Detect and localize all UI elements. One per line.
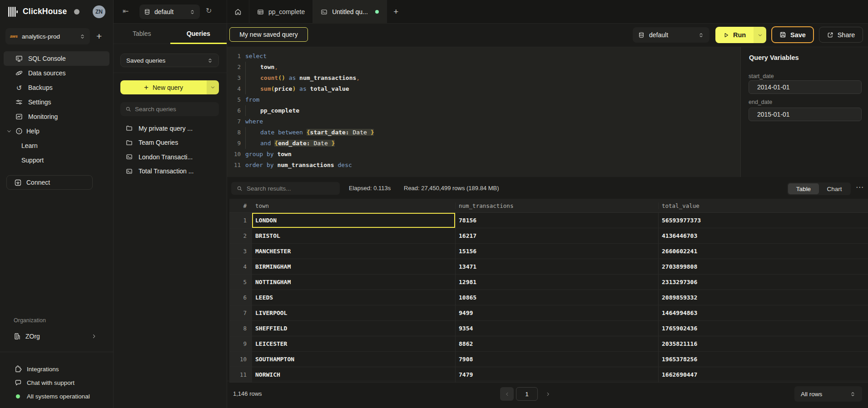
cell-town[interactable]: BIRMINGHAM <box>252 259 456 274</box>
cell-town[interactable]: LIVERPOOL <box>252 305 456 320</box>
column-header-num-transactions[interactable]: num_transactions <box>456 202 659 209</box>
sql-editor[interactable]: 1select2town,3count() as num_transaction… <box>227 47 740 177</box>
tab-pp-complete[interactable]: pp_complete <box>249 0 313 24</box>
start-date-input[interactable]: 2014-01-01 <box>749 80 862 94</box>
view-toggle-chart[interactable]: Chart <box>819 183 850 194</box>
sidebar-item-learn[interactable]: Learn <box>4 138 109 153</box>
run-options-button[interactable] <box>754 27 766 43</box>
run-button[interactable]: Run <box>715 27 754 43</box>
sidebar-footer-chat-with-support[interactable]: Chat with support <box>4 376 109 389</box>
view-toggle-table[interactable]: Table <box>788 183 819 194</box>
cell-town[interactable]: LEEDS <box>252 290 456 305</box>
new-query-button[interactable]: + New query <box>120 80 207 94</box>
cell-total-value[interactable]: 2703899808 <box>659 259 868 274</box>
sidebar-item-monitoring[interactable]: Monitoring <box>4 109 109 124</box>
home-button[interactable] <box>227 0 249 24</box>
table-row[interactable]: 8SHEFFIELD93541765902436 <box>229 321 868 336</box>
cell-town[interactable]: BRISTOL <box>252 228 456 243</box>
table-row[interactable]: 2BRISTOL162174136446703 <box>229 228 868 244</box>
page-size-value: All rows <box>801 391 850 398</box>
cell-town[interactable]: LEICESTER <box>252 336 456 351</box>
more-options-icon[interactable]: ⋯ <box>856 182 864 192</box>
add-service-button[interactable]: + <box>96 30 102 43</box>
column-header-index[interactable]: # <box>229 202 252 209</box>
saved-query-item-total-transaction[interactable]: Total Transaction ... <box>120 164 223 179</box>
search-results-input[interactable]: Search results... <box>231 182 340 195</box>
sidebar-footer-integrations[interactable]: Integrations <box>4 362 109 376</box>
cell-num-transactions[interactable]: 9354 <box>456 321 659 336</box>
cell-total-value[interactable]: 4136446703 <box>659 228 868 243</box>
cell-num-transactions[interactable]: 7908 <box>456 352 659 367</box>
tab-untitled-query[interactable]: Untitled qu... <box>313 0 387 24</box>
sidebar-item-data-sources[interactable]: Data sources <box>4 66 109 80</box>
cell-num-transactions[interactable]: 15156 <box>456 244 659 259</box>
cell-total-value[interactable]: 2089859332 <box>659 290 868 305</box>
tab-tables[interactable]: Tables <box>114 24 170 44</box>
table-row[interactable]: 6LEEDS108652089859332 <box>229 290 868 305</box>
page-size-selector[interactable]: All rows <box>794 386 862 402</box>
current-page-indicator[interactable]: 1 <box>516 387 538 401</box>
cell-total-value[interactable]: 1662690447 <box>659 367 868 382</box>
save-button[interactable]: Save <box>771 26 814 43</box>
saved-queries-selector[interactable]: Saved queries <box>120 54 219 67</box>
collapse-panel-icon[interactable]: ⇤ <box>123 8 129 15</box>
end-date-input[interactable]: 2015-01-01 <box>749 108 862 121</box>
topbar-database-selector[interactable]: default <box>139 5 200 19</box>
cell-num-transactions[interactable]: 13471 <box>456 259 659 274</box>
saved-query-item-london-transacti[interactable]: London Transacti... <box>120 150 223 164</box>
cell-num-transactions[interactable]: 8862 <box>456 336 659 351</box>
organization-switcher[interactable]: ZOrg <box>4 329 109 344</box>
saved-query-tab[interactable]: My new saved query <box>229 27 308 42</box>
cell-town[interactable]: SOUTHAMPTON <box>252 352 456 367</box>
workspace-selector[interactable]: aws analytics-prod <box>5 28 90 44</box>
new-tab-button[interactable]: + <box>387 0 405 24</box>
cell-num-transactions[interactable]: 10865 <box>456 290 659 305</box>
column-header-town[interactable]: town <box>252 202 456 209</box>
cell-total-value[interactable]: 1765902436 <box>659 321 868 336</box>
cell-town[interactable]: LONDON <box>252 213 456 228</box>
cell-total-value[interactable]: 2035821116 <box>659 336 868 351</box>
cell-num-transactions[interactable]: 78156 <box>456 213 659 228</box>
cell-town[interactable]: NOTTINGHAM <box>252 275 456 290</box>
avatar[interactable]: ZN <box>93 5 105 18</box>
new-query-dropdown-button[interactable] <box>207 80 219 94</box>
previous-page-button[interactable] <box>500 387 514 401</box>
cell-num-transactions[interactable]: 16217 <box>456 228 659 243</box>
connect-button[interactable]: Connect <box>6 175 93 190</box>
next-page-button[interactable] <box>542 387 553 401</box>
cell-town[interactable]: SHEFFIELD <box>252 321 456 336</box>
sidebar-item-help[interactable]: ?Help <box>4 124 109 138</box>
sidebar-item-settings[interactable]: Settings <box>4 95 109 109</box>
table-row[interactable]: 10SOUTHAMPTON79081965378256 <box>229 352 868 367</box>
editor-database-selector[interactable]: default <box>633 27 709 43</box>
sidebar-item-backups[interactable]: ↺Backups <box>4 80 109 95</box>
tab-queries[interactable]: Queries <box>170 24 227 44</box>
cell-num-transactions[interactable]: 12981 <box>456 275 659 290</box>
refresh-icon[interactable]: ↻ <box>206 7 212 15</box>
table-row[interactable]: 3MANCHESTER151562660602241 <box>229 244 868 259</box>
notification-dot[interactable] <box>74 9 79 15</box>
share-button[interactable]: Share <box>819 27 863 43</box>
sidebar-item-sql-console[interactable]: SQL Console <box>4 51 109 66</box>
saved-query-item-my-private-query[interactable]: My private query ... <box>120 121 223 136</box>
cell-total-value[interactable]: 2313297306 <box>659 275 868 290</box>
cell-total-value[interactable]: 2660602241 <box>659 244 868 259</box>
table-row[interactable]: 11NORWICH74791662690447 <box>229 367 868 383</box>
table-row[interactable]: 9LEICESTER88622035821116 <box>229 336 868 352</box>
table-row[interactable]: 1LONDON7815656593977373 <box>229 213 868 228</box>
cell-total-value[interactable]: 1464994863 <box>659 305 868 320</box>
cell-total-value[interactable]: 56593977373 <box>659 213 868 228</box>
cell-town[interactable]: MANCHESTER <box>252 244 456 259</box>
column-header-total-value[interactable]: total_value <box>659 202 868 209</box>
sidebar-item-support[interactable]: Support <box>4 153 109 167</box>
table-row[interactable]: 5NOTTINGHAM129812313297306 <box>229 275 868 290</box>
saved-query-item-team-queries[interactable]: Team Queries <box>120 136 223 150</box>
table-row[interactable]: 7LIVERPOOL94991464994863 <box>229 305 868 321</box>
search-queries-input[interactable]: Search queries <box>120 102 219 116</box>
cell-num-transactions[interactable]: 7479 <box>456 367 659 382</box>
table-row[interactable]: 4BIRMINGHAM134712703899808 <box>229 259 868 275</box>
sidebar-footer-all-systems-operational[interactable]: All systems operational <box>4 389 109 403</box>
cell-total-value[interactable]: 1965378256 <box>659 352 868 367</box>
cell-town[interactable]: NORWICH <box>252 367 456 382</box>
cell-num-transactions[interactable]: 9499 <box>456 305 659 320</box>
